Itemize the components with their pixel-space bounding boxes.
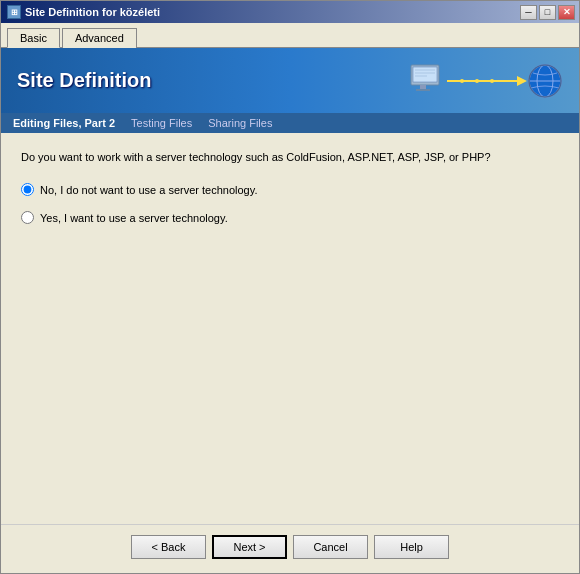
close-button[interactable]: ✕ <box>558 5 575 20</box>
svg-rect-1 <box>413 67 437 82</box>
main-content: Do you want to work with a server techno… <box>1 133 579 524</box>
button-row: < Back Next > Cancel Help <box>1 524 579 573</box>
svg-marker-8 <box>517 76 527 86</box>
computer-icon <box>407 63 447 99</box>
cancel-button[interactable]: Cancel <box>293 535 368 559</box>
svg-point-9 <box>460 79 464 83</box>
svg-point-10 <box>475 79 479 83</box>
step-sharing-files: Sharing Files <box>208 117 272 129</box>
question-text: Do you want to work with a server techno… <box>21 151 559 163</box>
label-yes[interactable]: Yes, I want to use a server technology. <box>40 212 228 224</box>
label-no[interactable]: No, I do not want to use a server techno… <box>40 184 257 196</box>
banner-title: Site Definition <box>17 69 151 92</box>
option-no: No, I do not want to use a server techno… <box>21 183 559 196</box>
title-bar-label: Site Definition for közéleti <box>25 6 160 18</box>
svg-rect-3 <box>416 89 430 91</box>
banner-icons <box>407 63 563 99</box>
minimize-button[interactable]: ─ <box>520 5 537 20</box>
tab-row: Basic Advanced <box>1 23 579 48</box>
maximize-button[interactable]: □ <box>539 5 556 20</box>
connection-arrow <box>447 71 527 91</box>
svg-rect-2 <box>420 85 426 89</box>
step-testing-files: Testing Files <box>131 117 192 129</box>
option-yes: Yes, I want to use a server technology. <box>21 211 559 224</box>
svg-point-11 <box>490 79 494 83</box>
tab-basic[interactable]: Basic <box>7 28 60 48</box>
next-button[interactable]: Next > <box>212 535 287 559</box>
tab-advanced[interactable]: Advanced <box>62 28 137 48</box>
step-bar: Editing Files, Part 2 Testing Files Shar… <box>1 113 579 133</box>
site-definition-dialog: ⊞ Site Definition for közéleti ─ □ ✕ Bas… <box>0 0 580 574</box>
title-bar-buttons: ─ □ ✕ <box>520 5 575 20</box>
radio-no[interactable] <box>21 183 34 196</box>
radio-yes[interactable] <box>21 211 34 224</box>
banner: Site Definition <box>1 48 579 113</box>
help-button[interactable]: Help <box>374 535 449 559</box>
globe-icon <box>527 63 563 99</box>
title-bar: ⊞ Site Definition for közéleti ─ □ ✕ <box>1 1 579 23</box>
step-editing-files: Editing Files, Part 2 <box>13 117 115 129</box>
title-bar-text: ⊞ Site Definition for közéleti <box>7 5 160 19</box>
back-button[interactable]: < Back <box>131 535 206 559</box>
dialog-icon: ⊞ <box>7 5 21 19</box>
